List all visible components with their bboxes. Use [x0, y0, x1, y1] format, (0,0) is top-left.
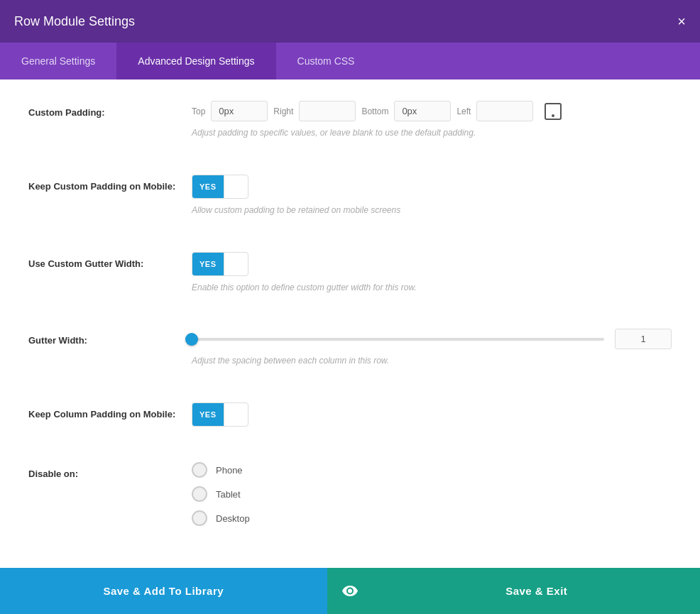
eye-button[interactable] — [327, 568, 373, 614]
gutter-width-hint: Adjust the spacing between each column i… — [192, 355, 672, 367]
tab-bar: General Settings Advanced Design Setting… — [0, 43, 700, 80]
modal-footer: Save & Add To Library Save & Exit — [0, 568, 700, 614]
custom-padding-hint: Adjust padding to specific values, or le… — [192, 127, 672, 139]
tablet-checkbox[interactable] — [192, 486, 207, 502]
keep-padding-hint: Allow custom padding to be retained on m… — [192, 204, 672, 216]
slider-thumb[interactable] — [185, 333, 198, 346]
gutter-value-input[interactable] — [615, 329, 672, 349]
disable-on-control: Phone Tablet Desktop — [192, 462, 672, 526]
keep-custom-padding-label: Keep Custom Padding on Mobile: — [28, 175, 192, 193]
top-label: Top — [192, 106, 205, 116]
custom-padding-row: Custom Padding: Top Right Bottom Left Ad… — [28, 101, 672, 153]
custom-padding-control: Top Right Bottom Left Adjust padding to … — [192, 101, 672, 139]
slider-container — [192, 329, 672, 349]
slider-track[interactable] — [192, 338, 604, 341]
disable-on-row: Disable on: Phone Tablet Desktop — [28, 462, 672, 540]
gutter-width-row: Gutter Width: Adjust the spacing between… — [28, 329, 672, 381]
padding-left-input[interactable] — [476, 101, 533, 121]
keep-padding-toggle[interactable]: YES — [192, 175, 248, 199]
use-custom-gutter-hint: Enable this option to define custom gutt… — [192, 282, 672, 294]
left-label: Left — [456, 106, 471, 116]
desktop-label: Desktop — [216, 513, 250, 524]
toggle-yes-label: YES — [192, 253, 224, 275]
save-exit-button[interactable]: Save & Exit — [373, 568, 701, 614]
disable-on-checkboxes: Phone Tablet Desktop — [192, 462, 672, 526]
toggle-thumb — [224, 175, 245, 198]
padding-top-input[interactable] — [211, 101, 268, 121]
phone-checkbox-item: Phone — [192, 462, 672, 478]
keep-custom-padding-row: Keep Custom Padding on Mobile: YES Allow… — [28, 175, 672, 231]
modal-content: Custom Padding: Top Right Bottom Left Ad… — [0, 80, 700, 568]
bottom-label: Bottom — [361, 106, 388, 116]
column-padding-toggle[interactable]: YES — [192, 402, 248, 427]
gutter-width-label: Gutter Width: — [28, 329, 192, 347]
keep-custom-padding-control: YES Allow custom padding to be retained … — [192, 175, 672, 216]
tab-general[interactable]: General Settings — [0, 43, 116, 80]
tablet-label: Tablet — [216, 489, 241, 500]
desktop-checkbox-item: Desktop — [192, 510, 672, 526]
padding-right-input[interactable] — [299, 101, 356, 121]
use-custom-gutter-label: Use Custom Gutter Width: — [28, 252, 192, 270]
tab-custom-css[interactable]: Custom CSS — [276, 43, 376, 80]
custom-padding-label: Custom Padding: — [28, 101, 192, 119]
padding-bottom-input[interactable] — [394, 101, 451, 121]
keep-column-padding-label: Keep Column Padding on Mobile: — [28, 402, 192, 421]
keep-column-padding-control: YES — [192, 402, 672, 427]
mobile-icon — [545, 103, 562, 120]
toggle-yes-label: YES — [192, 403, 224, 426]
right-label: Right — [273, 106, 293, 116]
phone-checkbox[interactable] — [192, 462, 207, 478]
save-library-button[interactable]: Save & Add To Library — [0, 568, 327, 614]
toggle-thumb — [224, 253, 245, 275]
use-custom-gutter-row: Use Custom Gutter Width: YES Enable this… — [28, 252, 672, 308]
desktop-checkbox[interactable] — [192, 510, 207, 526]
modal-header: Row Module Settings × — [0, 0, 700, 43]
tablet-checkbox-item: Tablet — [192, 486, 672, 502]
toggle-yes-label: YES — [192, 175, 224, 198]
tab-advanced-design[interactable]: Advanced Design Settings — [116, 43, 275, 80]
toggle-thumb — [224, 403, 245, 426]
phone-label: Phone — [216, 465, 243, 476]
close-button[interactable]: × — [677, 14, 686, 28]
keep-column-padding-row: Keep Column Padding on Mobile: YES — [28, 402, 672, 441]
padding-inputs: Top Right Bottom Left — [192, 101, 672, 121]
modal-container: Row Module Settings × General Settings A… — [0, 0, 700, 614]
use-custom-gutter-control: YES Enable this option to define custom … — [192, 252, 672, 294]
eye-icon — [342, 586, 358, 597]
gutter-width-control: Adjust the spacing between each column i… — [192, 329, 672, 367]
modal-title: Row Module Settings — [14, 14, 135, 29]
custom-gutter-toggle[interactable]: YES — [192, 252, 248, 276]
disable-on-label: Disable on: — [28, 462, 192, 481]
